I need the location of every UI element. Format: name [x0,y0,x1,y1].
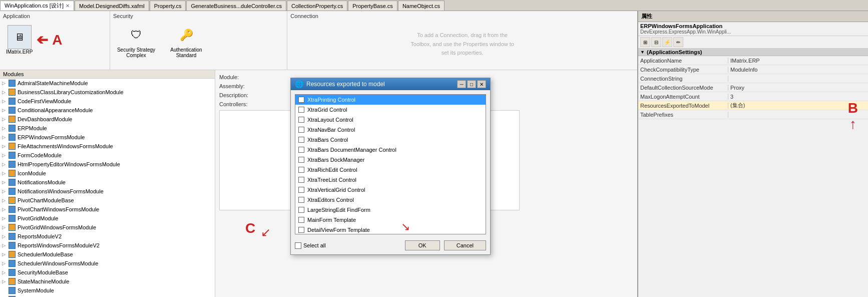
module-item[interactable]: ▷PivotGridWindowsFormsModule [0,223,215,232]
modal-cancel-button[interactable]: Cancel [444,240,486,250]
module-expand-icon[interactable]: ▷ [2,162,8,167]
module-expand-icon[interactable]: ▷ [2,225,8,230]
resource-checkbox[interactable] [298,217,304,223]
module-item[interactable]: ▷PivotChartWindowsFormsModule [0,205,215,214]
module-expand-icon[interactable]: ▷ [2,108,8,113]
security-item-auth[interactable]: 🔑 Authentication Standard [166,25,206,58]
module-expand-icon[interactable]: ▷ [2,117,8,122]
module-item[interactable]: ▷NotificationsModule [0,178,215,187]
module-item[interactable]: ▷FileAttachmentsWindowsFormsModule [0,142,215,151]
resource-item[interactable]: DetailViewForm Template [295,225,486,234]
prop-row[interactable]: TablePrefixes [638,110,868,119]
module-item[interactable]: ▷ERPWindowsFormsModule [0,133,215,142]
module-item[interactable]: SystemModule [0,286,215,295]
module-item[interactable]: ▷ReportsModuleV2 [0,232,215,241]
tab-property[interactable]: Property.cs [150,1,186,11]
resource-checkbox[interactable] [298,207,304,213]
module-expand-icon[interactable]: ▷ [2,243,8,248]
module-item[interactable]: ▷StateMachineModule [0,277,215,286]
module-item[interactable]: ▷AdmiralStateMachineModule [0,79,215,88]
module-item[interactable]: ▷BusinessClassLibraryCustomizationModule [0,88,215,97]
module-item[interactable]: ▷SecurityModuleBase [0,268,215,277]
module-expand-icon[interactable]: ▷ [2,81,8,86]
tab-nameobj[interactable]: NameObject.cs [398,1,445,11]
module-item[interactable]: ▷FormCodeModule [0,151,215,160]
module-expand-icon[interactable]: ▷ [2,252,8,257]
select-all-checkbox[interactable] [295,242,301,249]
props-tool-events[interactable]: ⚡ [662,37,672,47]
resource-checkbox[interactable] [298,157,304,163]
resource-item[interactable]: XtraVerticalGrid Control [295,185,486,195]
resource-list[interactable]: XtraPrinting ControlXtraGrid ControlXtra… [295,94,486,234]
module-item[interactable]: ▷CodeFirstViewModule [0,97,215,106]
resource-checkbox[interactable] [298,117,304,123]
module-item[interactable]: ▷PivotChartModuleBase [0,196,215,205]
module-expand-icon[interactable]: ▷ [2,90,8,95]
module-expand-icon[interactable]: ▷ [2,126,8,131]
module-expand-icon[interactable]: ▷ [2,261,8,266]
resource-item[interactable]: XtraBars DocumentManager Control [295,145,486,155]
props-tool-search[interactable]: ✏ [673,37,683,47]
module-expand-icon[interactable]: ▷ [2,180,8,185]
module-item[interactable]: ▷ConditionalAppearanceModule [0,106,215,115]
module-item[interactable]: ▷HtmlPropertyEditorWindowsFormsModule [0,160,215,169]
resource-item[interactable]: LargeStringEdit FindForm [295,205,486,215]
modal-minimize-button[interactable]: ─ [457,80,466,88]
module-expand-icon[interactable]: ▷ [2,279,8,284]
props-section-app-settings[interactable]: ▼ (ApplicationSettings) [638,49,868,56]
resource-item[interactable]: XtraPrinting Control [295,95,486,105]
module-expand-icon[interactable]: ▷ [2,135,8,140]
resource-checkbox[interactable] [298,167,304,173]
resource-checkbox[interactable] [298,137,304,143]
resource-item[interactable]: XtraBars Control [295,135,486,145]
modal-maximize-button[interactable]: □ [467,80,476,88]
module-item[interactable]: ▷PivotGridModule [0,214,215,223]
tab-propbase[interactable]: PropertyBase.cs [348,1,397,11]
tab-generate[interactable]: GenerateBusiness...duleController.cs [186,1,286,11]
resource-item[interactable]: XtraNavBar Control [295,125,486,135]
module-expand-icon[interactable]: ▷ [2,99,8,104]
prop-row[interactable]: MaxLogonAttemptCount3 [638,92,868,101]
module-item[interactable]: ▷SchedulerModuleBase [0,250,215,259]
module-expand-icon[interactable]: ▷ [2,144,8,149]
module-expand-icon[interactable]: ▷ [2,153,8,158]
module-item[interactable]: ▷IconModule [0,169,215,178]
tab-collection[interactable]: CollectionProperty.cs [287,1,347,11]
resource-item[interactable]: XtraGrid Control [295,105,486,115]
module-expand-icon[interactable]: ▷ [2,216,8,221]
module-expand-icon[interactable]: ▷ [2,207,8,212]
security-item-strategy[interactable]: 🛡 Security Strategy Complex [116,25,156,58]
module-expand-icon[interactable]: ▷ [2,198,8,203]
module-expand-icon[interactable]: ▷ [2,270,8,275]
modal-close-button[interactable]: ✕ [477,80,486,88]
resource-checkbox[interactable] [298,187,304,193]
modal-ok-button[interactable]: OK [405,240,440,250]
tab-model[interactable]: Model.DesignedDiffs.xafml [75,1,149,11]
resource-item[interactable]: XtraTreeList Control [295,175,486,185]
prop-row[interactable]: DefaultCollectionSourceModeProxy [638,83,868,92]
prop-row[interactable]: CheckCompatibilityTypeModuleInfo [638,65,868,74]
module-item[interactable]: ▷SchedulerWindowsFormsModule [0,259,215,268]
tab-winapp[interactable]: WinApplication.cs [设计] ✕ [0,1,74,11]
module-item[interactable]: ▷ERPModule [0,124,215,133]
resource-item[interactable]: XtraEditors Control [295,195,486,205]
module-item[interactable]: ▷ReportsWindowsFormsModuleV2 [0,241,215,250]
prop-row[interactable]: ConnectionString [638,74,868,83]
module-expand-icon[interactable]: ▷ [2,189,8,194]
resource-checkbox[interactable] [298,147,304,153]
module-item[interactable]: ▷DevDashboardModule [0,115,215,124]
module-expand-icon[interactable]: ▷ [2,234,8,239]
resource-item[interactable]: XtraLayout Control [295,115,486,125]
resource-checkbox[interactable] [298,177,304,183]
modules-list[interactable]: ▷AdmiralStateMachineModule▷BusinessClass… [0,79,215,297]
resource-checkbox[interactable] [298,197,304,203]
props-tool-categorize[interactable]: ⊞ [640,37,650,47]
resource-item[interactable]: XtraRichEdit Control [295,165,486,175]
resource-item[interactable]: XtraBars DockManager [295,155,486,165]
tab-winapp-close[interactable]: ✕ [66,3,70,9]
module-item[interactable]: ▷NotificationsWindowsFormsModule [0,187,215,196]
prop-row[interactable]: ResourcesExportedToModel(集合) [638,101,868,110]
resource-checkbox[interactable] [298,97,304,103]
resource-item[interactable]: MainForm Template [295,215,486,225]
resource-checkbox[interactable] [298,127,304,133]
